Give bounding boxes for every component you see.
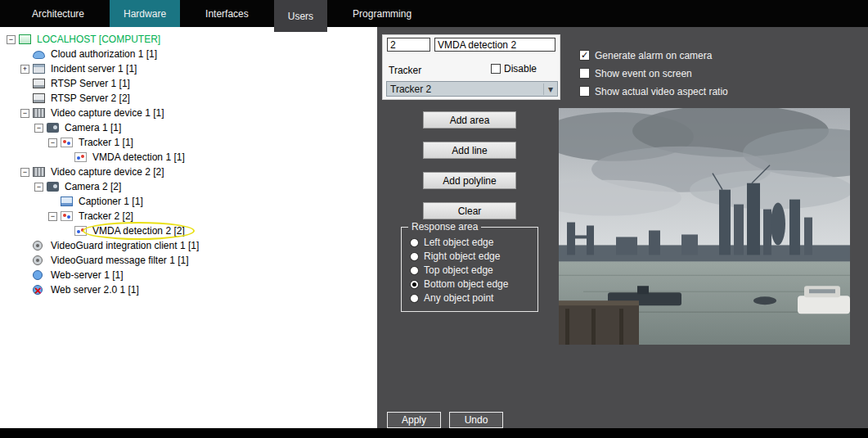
- tracker-select[interactable]: Tracker 2 ▾: [386, 81, 558, 97]
- minus-expand-box[interactable]: −: [7, 35, 16, 44]
- video-preview[interactable]: [559, 108, 850, 345]
- camera-icon: [47, 182, 59, 192]
- tree-item-label: Tracker 2 [2]: [77, 210, 135, 222]
- cloud-icon: [33, 51, 45, 59]
- capture-device-icon: [33, 167, 45, 177]
- tree-item-videoguard-message-filter-1-1[interactable]: VideoGuard message filter 1 [1]: [0, 253, 377, 268]
- tree-item-incident-server-1-1[interactable]: +Incident server 1 [1]: [0, 61, 377, 76]
- radio-bottom-object-edge[interactable]: Bottom object edge: [410, 278, 537, 291]
- tree-item-tracker-2-2[interactable]: −Tracker 2 [2]: [0, 209, 377, 224]
- option-show-actual-video-aspect-ratio[interactable]: Show actual video aspect ratio: [579, 86, 728, 97]
- tree-item-cloud-authorization-1-1[interactable]: Cloud authorization 1 [1]: [0, 47, 377, 61]
- action-buttons: Apply Undo: [387, 412, 503, 428]
- option-show-event-on-screen[interactable]: Show event on screen: [579, 68, 728, 79]
- tree-item-label: VMDA detection 1 [1]: [91, 151, 187, 163]
- tool-buttons: Add areaAdd lineAdd polylineClear: [423, 111, 516, 219]
- tree-item-video-capture-device-2-2[interactable]: −Video capture device 2 [2]: [0, 165, 377, 179]
- computer-icon: [19, 34, 31, 44]
- apply-button[interactable]: Apply: [387, 412, 441, 428]
- camera-icon: [47, 123, 59, 133]
- tree-item-localhost-computer[interactable]: −LOCALHOST [COMPUTER]: [0, 32, 377, 47]
- clear-button[interactable]: Clear: [423, 202, 516, 219]
- tree-item-captioner-1-1[interactable]: Captioner 1 [1]: [0, 194, 377, 209]
- tracker-icon: [61, 211, 73, 221]
- videoguard-icon: [33, 255, 43, 265]
- tree-item-label: Web server 2.0 1 [1]: [49, 284, 141, 296]
- vmda-settings-panel: Tracker Disable Tracker 2 ▾ ✓Generate al…: [377, 27, 868, 428]
- add-area-button[interactable]: Add area: [423, 111, 516, 129]
- object-identity-box: Tracker Disable Tracker 2 ▾: [382, 34, 560, 100]
- add-line-button[interactable]: Add line: [423, 142, 516, 159]
- tab-architecture[interactable]: Architecture: [18, 0, 98, 27]
- tab-programming[interactable]: Programming: [339, 0, 425, 27]
- vmda-icon: [74, 152, 87, 162]
- radio-button[interactable]: [410, 238, 419, 247]
- response-area-group: Response area Left object edgeRight obje…: [401, 227, 538, 312]
- web-server-icon: [33, 270, 43, 280]
- option-label: Show event on screen: [595, 68, 692, 79]
- radio-left-object-edge[interactable]: Left object edge: [410, 236, 537, 249]
- object-id-input[interactable]: [387, 38, 430, 52]
- disable-option[interactable]: Disable: [491, 63, 537, 75]
- checkbox-generate-alarm-on-camera[interactable]: ✓: [579, 50, 590, 61]
- video-preview-image: [559, 108, 850, 345]
- checkbox-show-actual-video-aspect-ratio[interactable]: [579, 86, 590, 97]
- disable-checkbox[interactable]: [491, 64, 501, 74]
- tab-users[interactable]: Users: [274, 0, 327, 32]
- option-label: Show actual video aspect ratio: [595, 86, 728, 97]
- radio-button[interactable]: [410, 294, 419, 303]
- radio-top-object-edge[interactable]: Top object edge: [410, 264, 537, 277]
- chevron-down-icon[interactable]: ▾: [543, 84, 557, 95]
- tree-item-rtsp-server-1-1[interactable]: RTSP Server 1 [1]: [0, 76, 377, 91]
- radio-button[interactable]: [410, 266, 419, 275]
- radio-button[interactable]: [410, 252, 419, 261]
- tab-interfaces[interactable]: Interfaces: [191, 0, 263, 27]
- tree-item-vmda-detection-2-2[interactable]: VMDA detection 2 [2]: [0, 224, 377, 238]
- response-area-options: Left object edgeRight object edgeTop obj…: [402, 228, 537, 305]
- disable-label: Disable: [504, 63, 537, 75]
- minus-expand-box[interactable]: −: [20, 168, 29, 177]
- camera-options: ✓Generate alarm on cameraShow event on s…: [579, 50, 728, 104]
- minus-expand-box[interactable]: −: [20, 109, 29, 118]
- tree-item-video-capture-device-1-1[interactable]: −Video capture device 1 [1]: [0, 106, 377, 120]
- device-tree: −LOCALHOST [COMPUTER]Cloud authorization…: [0, 32, 377, 297]
- minus-expand-box[interactable]: −: [34, 124, 43, 133]
- tree-item-camera-2-2[interactable]: −Camera 2 [2]: [0, 179, 377, 194]
- tree-item-camera-1-1[interactable]: −Camera 1 [1]: [0, 120, 377, 135]
- checkbox-show-event-on-screen[interactable]: [579, 68, 590, 79]
- top-tab-bar: ArchitectureHardwareInterfacesUsersProgr…: [0, 0, 868, 27]
- rtsp-server-icon: [33, 79, 45, 88]
- videoguard-icon: [33, 241, 43, 251]
- tree-item-label: Cloud authorization 1 [1]: [49, 48, 159, 60]
- tree-item-label: LOCALHOST [COMPUTER]: [35, 34, 162, 45]
- tree-item-label: VideoGuard integration client 1 [1]: [49, 240, 200, 251]
- add-polyline-button[interactable]: Add polyline: [423, 172, 516, 189]
- web-server-error-icon: [33, 285, 43, 295]
- minus-expand-box[interactable]: −: [48, 212, 57, 221]
- tree-item-label: Video capture device 2 [2]: [49, 166, 166, 178]
- response-area-title: Response area: [408, 221, 481, 233]
- tree-item-label: Camera 2 [2]: [63, 181, 123, 192]
- tree-item-videoguard-integration-client-1-1[interactable]: VideoGuard integration client 1 [1]: [0, 238, 377, 253]
- tree-item-vmda-detection-1-1[interactable]: VMDA detection 1 [1]: [0, 150, 377, 165]
- tree-item-rtsp-server-2-2[interactable]: RTSP Server 2 [2]: [0, 91, 377, 106]
- tree-item-label: Tracker 1 [1]: [77, 137, 135, 148]
- tree-item-web-server-1-1[interactable]: Web-server 1 [1]: [0, 268, 377, 282]
- object-name-input[interactable]: [434, 38, 555, 52]
- radio-label: Right object edge: [424, 251, 500, 262]
- tree-item-label: Camera 1 [1]: [63, 122, 123, 133]
- tree-item-tracker-1-1[interactable]: −Tracker 1 [1]: [0, 135, 377, 150]
- radio-button[interactable]: [410, 280, 419, 289]
- plus-expand-box[interactable]: +: [20, 65, 29, 74]
- tree-item-web-server-2-0-1-1[interactable]: Web server 2.0 1 [1]: [0, 282, 377, 297]
- minus-expand-box[interactable]: −: [48, 138, 57, 147]
- radio-label: Top object edge: [424, 264, 493, 276]
- undo-button[interactable]: Undo: [449, 412, 503, 428]
- radio-right-object-edge[interactable]: Right object edge: [410, 250, 537, 263]
- option-generate-alarm-on-camera[interactable]: ✓Generate alarm on camera: [579, 50, 728, 61]
- minus-expand-box[interactable]: −: [34, 183, 43, 192]
- incident-server-icon: [33, 64, 45, 74]
- tree-item-label: Incident server 1 [1]: [49, 63, 138, 75]
- radio-any-object-point[interactable]: Any object point: [410, 291, 537, 305]
- tab-hardware[interactable]: Hardware: [110, 0, 180, 27]
